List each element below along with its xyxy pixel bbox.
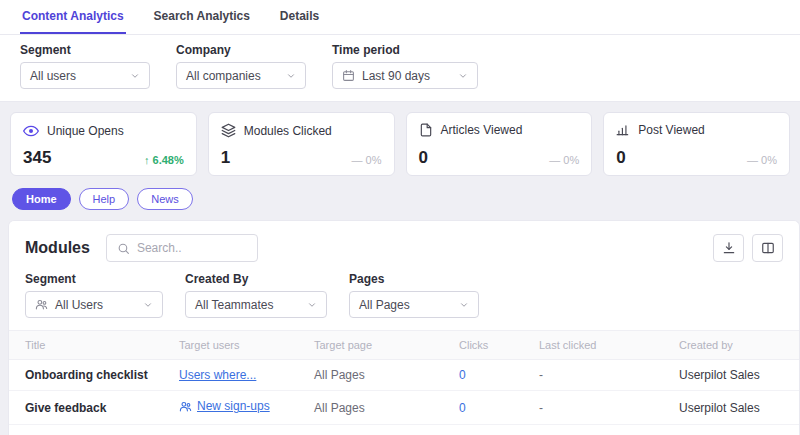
stat-card-post-viewed: Post Viewed 0 —0% (603, 112, 790, 176)
module-title: Give feedback (9, 391, 169, 425)
pill-news[interactable]: News (137, 188, 193, 210)
page-pills: Home Help News (12, 188, 788, 210)
stat-card-unique-opens: Unique Opens 345 ↑6.48% (10, 112, 197, 176)
modules-created-by-select[interactable]: All Teammates (185, 291, 327, 318)
last-clicked: - (529, 424, 669, 435)
stat-delta: —0% (549, 154, 579, 166)
chevron-down-icon (130, 71, 140, 81)
analytics-tabs: Content Analytics Search Analytics Detai… (0, 0, 800, 35)
modules-search (106, 234, 258, 262)
company-filter-group: Company All companies (176, 43, 306, 89)
download-button[interactable] (713, 234, 744, 262)
modules-panel: Modules Segment All Users Created By (8, 220, 800, 435)
columns-icon (761, 241, 775, 255)
module-title: Help Articles (9, 424, 169, 435)
stat-value: 1 (221, 149, 230, 166)
tab-content-analytics[interactable]: Content Analytics (20, 0, 126, 34)
chevron-down-icon (459, 300, 469, 310)
col-last-clicked: Last clicked (529, 331, 669, 360)
col-title: Title (9, 331, 169, 360)
article-icon (419, 123, 433, 137)
time-period-filter-select[interactable]: Last 90 days (332, 62, 478, 89)
modules-table: Title Target users Target page Clicks La… (9, 330, 799, 435)
time-period-filter-label: Time period (332, 43, 478, 57)
segment-filter-group: Segment All users (20, 43, 150, 89)
clicks-link[interactable]: 0 (459, 368, 466, 382)
stat-label: Articles Viewed (441, 123, 523, 137)
segment-filter-select[interactable]: All users (20, 62, 150, 89)
layers-icon (221, 123, 236, 138)
pill-help[interactable]: Help (79, 188, 130, 210)
target-users: Everyone (169, 424, 304, 435)
trend-flat-icon: — (747, 154, 758, 166)
last-clicked: - (529, 391, 669, 425)
stat-card-modules-clicked: Modules Clicked 1 —0% (208, 112, 395, 176)
target-page: All Pages (304, 360, 449, 391)
tab-details[interactable]: Details (278, 0, 321, 34)
time-period-filter-group: Time period Last 90 days (332, 43, 478, 89)
col-clicks: Clicks (449, 331, 529, 360)
table-header-row: Title Target users Target page Clicks La… (9, 331, 799, 360)
trend-flat-icon: — (549, 154, 560, 166)
chevron-down-icon (286, 71, 296, 81)
target-users-link[interactable]: New sign-ups (179, 399, 270, 413)
modules-segment-group: Segment All Users (25, 272, 163, 318)
analytics-app: Content Analytics Search Analytics Detai… (0, 0, 800, 435)
trend-up-icon: ↑ (144, 154, 150, 166)
stat-value: 345 (23, 149, 51, 166)
global-filter-bar: Segment All users Company All companies … (0, 35, 800, 102)
modules-pages-group: Pages All Pages (349, 272, 479, 318)
company-filter-value: All companies (186, 69, 279, 83)
stat-value: 0 (616, 149, 625, 166)
modules-segment-select[interactable]: All Users (25, 291, 163, 318)
users-icon (35, 298, 48, 311)
stat-delta: —0% (747, 154, 777, 166)
stat-delta: —0% (352, 154, 382, 166)
target-page: All Pages (304, 391, 449, 425)
segment-filter-label: Segment (20, 43, 150, 57)
col-created-by: Created by (669, 331, 799, 360)
calendar-icon (342, 69, 355, 82)
modules-pages-value: All Pages (359, 298, 452, 312)
chevron-down-icon (307, 300, 317, 310)
module-title: Onboarding checklist (9, 360, 169, 391)
modules-created-by-label: Created By (185, 272, 327, 286)
target-users-link[interactable]: Users where... (179, 368, 256, 382)
modules-filters: Segment All Users Created By All Teammat… (9, 270, 799, 330)
col-target-page: Target page (304, 331, 449, 360)
created-by: Userpilot Sales (669, 424, 799, 435)
target-page: All Pages (304, 424, 449, 435)
modules-segment-label: Segment (25, 272, 163, 286)
panel-title: Modules (25, 239, 90, 257)
created-by: Userpilot Sales (669, 360, 799, 391)
company-filter-label: Company (176, 43, 306, 57)
eye-icon (23, 123, 39, 139)
pill-home[interactable]: Home (12, 188, 71, 210)
stat-label: Modules Clicked (244, 124, 332, 138)
stat-label: Post Viewed (638, 123, 705, 137)
table-row: Onboarding checklist Users where... All … (9, 360, 799, 391)
search-icon (117, 242, 130, 255)
stat-delta: ↑6.48% (144, 154, 184, 166)
download-icon (722, 241, 736, 255)
col-target-users: Target users (169, 331, 304, 360)
chevron-down-icon (143, 300, 153, 310)
modules-created-by-value: All Teammates (195, 298, 300, 312)
panel-actions (713, 234, 783, 262)
stat-value: 0 (419, 149, 428, 166)
clicks-link[interactable]: 0 (459, 401, 466, 415)
table-row: Give feedback New sign-ups All Pages 0 -… (9, 391, 799, 425)
table-row: Help Articles Everyone All Pages 0 - Use… (9, 424, 799, 435)
segment-filter-value: All users (30, 69, 123, 83)
company-filter-select[interactable]: All companies (176, 62, 306, 89)
search-input[interactable] (137, 241, 247, 255)
columns-button[interactable] (752, 234, 783, 262)
chevron-down-icon (458, 71, 468, 81)
modules-pages-select[interactable]: All Pages (349, 291, 479, 318)
trend-flat-icon: — (352, 154, 363, 166)
stat-label: Unique Opens (47, 124, 124, 138)
modules-created-by-group: Created By All Teammates (185, 272, 327, 318)
created-by: Userpilot Sales (669, 391, 799, 425)
tab-search-analytics[interactable]: Search Analytics (152, 0, 252, 34)
stat-card-articles-viewed: Articles Viewed 0 —0% (406, 112, 593, 176)
